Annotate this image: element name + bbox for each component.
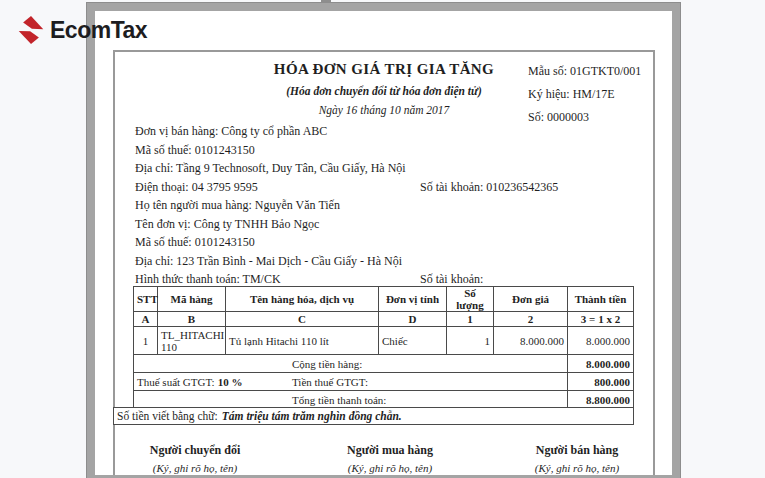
- col-code-2: 2: [494, 312, 568, 327]
- col-header-amount: Thành tiền: [568, 287, 634, 312]
- col-code-1: 1: [447, 312, 494, 327]
- grand-total-label: Tổng tiền thanh toán:: [292, 394, 386, 406]
- grand-total-row: Tổng tiền thanh toán: 8.800.000: [134, 391, 634, 409]
- signature-note: (Ký, ghi rõ họ, tên): [497, 462, 657, 474]
- col-code-c: C: [226, 312, 379, 327]
- tax-row: Thuế suất GTGT:10 % Tiền thuế GTGT: 800.…: [134, 373, 634, 391]
- col-code-3: 3 = 1 x 2: [568, 312, 634, 327]
- col-header-qty: Số lượng: [447, 287, 494, 312]
- meta-serial: Ký hiệu: HM/17E: [528, 83, 641, 106]
- item-name: Tủ lạnh Hitachi 110 lít: [226, 327, 379, 355]
- seller-phone: Điện thoại: 04 3795 9595: [135, 180, 258, 194]
- ecomtax-logo-icon: [17, 15, 45, 45]
- col-header-code: Mã hàng: [158, 287, 226, 312]
- ecomtax-logo[interactable]: EcomTax: [17, 15, 147, 45]
- items-table: STT Mã hàng Tên hàng hóa, dịch vụ Đơn vị…: [133, 286, 634, 409]
- invoice-meta: Mẫu số: 01GTKT0/001 Ký hiệu: HM/17E Số: …: [528, 60, 641, 129]
- buyer-address: Địa chỉ: 123 Trần Bình - Mai Dịch - Cầu …: [135, 252, 640, 271]
- amount-in-words-row: Số tiền viết bằng chữ:Tám triệu tám trăm…: [113, 407, 634, 425]
- tax-amount-label: Tiền thuế GTGT:: [292, 376, 368, 388]
- table-subheader-row: A B C D 1 2 3 = 1 x 2: [134, 312, 634, 327]
- subtotal-row: Cộng tiền hàng: 8.000.000: [134, 355, 634, 373]
- item-unit-price: 8.000.000: [494, 327, 568, 355]
- col-code-a: A: [134, 312, 158, 327]
- meta-form-number: Mẫu số: 01GTKT0/001: [528, 60, 641, 83]
- item-row: 1 TL_HITACHI 110 Tủ lạnh Hitachi 110 lít…: [134, 327, 634, 355]
- signature-block-buyer: Người mua hàng (Ký, ghi rõ họ, tên): [310, 443, 470, 474]
- signatures: Người chuyển đổi (Ký, ghi rõ họ, tên) Ng…: [115, 443, 653, 475]
- tax-amount-value: 800.000: [568, 373, 634, 391]
- tax-rate: Thuế suất GTGT:10 %: [137, 376, 242, 388]
- signature-block-seller: Người bán hàng (Ký, ghi rõ họ, tên): [497, 443, 657, 474]
- signature-title: Người bán hàng: [497, 443, 657, 458]
- buyer-tax-code: Mã số thuế: 0101243150: [135, 233, 640, 252]
- seller-account: Số tài khoản: 010236542365: [420, 178, 558, 197]
- signature-note: (Ký, ghi rõ họ, tên): [115, 462, 275, 474]
- col-header-unit: Đơn vị tính: [379, 287, 447, 312]
- document-viewer-frame: HÓA ĐƠN GIÁ TRỊ GIA TĂNG (Hóa đơn chuyển…: [87, 3, 680, 478]
- buyer-unit: Tên đơn vị: Công ty TNHH Bảo Ngọc: [135, 215, 640, 234]
- subtotal-label: Cộng tiền hàng:: [292, 358, 362, 370]
- invoice-border-box: HÓA ĐƠN GIÁ TRỊ GIA TĂNG (Hóa đơn chuyển…: [113, 50, 655, 475]
- signature-block-converter: Người chuyển đổi (Ký, ghi rõ họ, tên): [115, 443, 275, 474]
- amount-in-words: Tám triệu tám trăm nghìn đồng chẵn.: [222, 410, 402, 422]
- buyer-payment-method: Hình thức thanh toán: TM/CK: [135, 272, 281, 286]
- grand-total-value: 8.800.000: [568, 391, 634, 409]
- item-unit: Chiếc: [379, 327, 447, 355]
- invoice-header: HÓA ĐƠN GIÁ TRỊ GIA TĂNG (Hóa đơn chuyển…: [115, 52, 653, 116]
- invoice-page: HÓA ĐƠN GIÁ TRỊ GIA TĂNG (Hóa đơn chuyển…: [95, 11, 672, 475]
- amount-in-words-label: Số tiền viết bằng chữ:: [117, 410, 218, 422]
- seller-address: Địa chỉ: Tầng 9 Technosoft, Duy Tân, Cầu…: [135, 159, 640, 178]
- col-code-d: D: [379, 312, 447, 327]
- seller-tax-code: Mã số thuế: 0101243150: [135, 141, 640, 160]
- col-header-price: Đơn giá: [494, 287, 568, 312]
- item-code: TL_HITACHI 110: [158, 327, 226, 355]
- col-code-b: B: [158, 312, 226, 327]
- logo-text: EcomTax: [50, 17, 147, 44]
- signature-note: (Ký, ghi rõ họ, tên): [310, 462, 470, 474]
- seller-phone-line: Điện thoại: 04 3795 9595 Số tài khoản: 0…: [135, 178, 640, 197]
- item-qty: 1: [447, 327, 494, 355]
- party-info: Đơn vị bán hàng: Công ty cổ phần ABC Mã …: [135, 122, 640, 289]
- item-stt: 1: [134, 327, 158, 355]
- subtotal-value: 8.000.000: [568, 355, 634, 373]
- col-header-stt: STT: [134, 287, 158, 312]
- signature-title: Người chuyển đổi: [115, 443, 275, 458]
- col-header-name: Tên hàng hóa, dịch vụ: [226, 287, 379, 312]
- signature-title: Người mua hàng: [310, 443, 470, 458]
- item-amount: 8.000.000: [568, 327, 634, 355]
- buyer-name: Họ tên người mua hàng: Nguyễn Văn Tiến: [135, 196, 640, 215]
- seller-unit: Đơn vị bán hàng: Công ty cổ phần ABC: [135, 122, 640, 141]
- table-header-row: STT Mã hàng Tên hàng hóa, dịch vụ Đơn vị…: [134, 287, 634, 312]
